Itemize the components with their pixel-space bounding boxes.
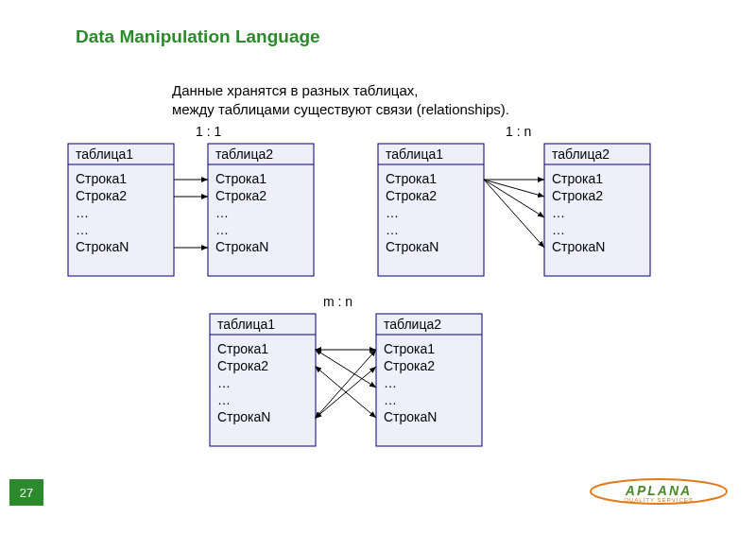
slide-description: Данные хранятся в разных таблицах, между… bbox=[172, 81, 509, 120]
d2-t2-r1: Строка1 bbox=[552, 171, 603, 186]
d1-t1-r2: Строка2 bbox=[76, 188, 127, 203]
d1-table2: таблица2 Строка1 Строка2 … … СтрокаN bbox=[208, 144, 314, 276]
label-m-n: m : n bbox=[323, 294, 352, 309]
d2-table2: таблица2 Строка1 Строка2 … … СтрокаN bbox=[544, 144, 650, 276]
d2-t2-r5: СтрокаN bbox=[552, 239, 605, 254]
d1-table1: таблица1 Строка1 Строка2 … … СтрокаN bbox=[68, 144, 174, 276]
d1-t2-r4: … bbox=[215, 222, 229, 237]
d3-table1: таблица1 Строка1 Строка2 … … СтрокаN bbox=[210, 314, 316, 446]
d3-t2-r2: Строка2 bbox=[384, 358, 435, 373]
d3-t1-r1: Строка1 bbox=[217, 341, 268, 356]
d3-table2: таблица2 Строка1 Строка2 … … СтрокаN bbox=[376, 314, 482, 446]
d1-t1-r5: СтрокаN bbox=[76, 239, 129, 254]
diagram-one-to-one: 1 : 1 таблица1 Строка1 Строка2 … … Строк… bbox=[68, 123, 352, 293]
page-number-badge: 27 bbox=[9, 479, 43, 506]
d2-t1-r3: … bbox=[386, 205, 399, 220]
d2-t1-header: таблица1 bbox=[386, 146, 443, 162]
d1-t1-r1: Строка1 bbox=[76, 171, 127, 186]
arrow-icon bbox=[484, 180, 544, 217]
d3-t1-r5: СтрокаN bbox=[217, 409, 270, 424]
d2-t2-r2: Строка2 bbox=[552, 188, 603, 203]
d3-t2-r3: … bbox=[384, 375, 397, 390]
d2-t2-header: таблица2 bbox=[552, 146, 610, 162]
d2-table1: таблица1 Строка1 Строка2 … … СтрокаN bbox=[378, 144, 484, 276]
desc-line1: Данные хранятся в разных таблицах, bbox=[172, 82, 418, 98]
d1-t2-header: таблица2 bbox=[215, 146, 273, 162]
diagram-one-to-many: 1 : n таблица1 Строка1 Строка2 … … Строк… bbox=[378, 123, 662, 293]
d3-t2-header: таблица2 bbox=[384, 317, 441, 332]
d2-t2-r3: … bbox=[552, 205, 565, 220]
d3-t1-header: таблица1 bbox=[217, 317, 275, 332]
d3-t2-r4: … bbox=[384, 392, 397, 407]
brand-logo: APLANA QUALITY SERVICES bbox=[588, 477, 730, 506]
d2-t1-r1: Строка1 bbox=[386, 171, 437, 186]
d3-t2-r1: Строка1 bbox=[384, 341, 435, 356]
logo-brand-text: APLANA bbox=[625, 483, 692, 498]
d1-t2-r1: Строка1 bbox=[215, 171, 266, 186]
d2-t2-r4: … bbox=[552, 222, 565, 237]
label-1-n: 1 : n bbox=[506, 124, 531, 139]
slide-title: Data Manipulation Language bbox=[76, 26, 320, 47]
d1-t2-r5: СтрокаN bbox=[215, 239, 268, 254]
d3-t1-r3: … bbox=[217, 375, 231, 390]
diagram-many-to-many: m : n таблица1 Строка1 Строка2 … … Строк… bbox=[210, 293, 503, 463]
slide: { "title": "Data Manipulation Language",… bbox=[0, 0, 756, 534]
d1-t1-r4: … bbox=[76, 222, 89, 237]
d3-t2-r5: СтрокаN bbox=[384, 409, 437, 424]
d2-t1-r5: СтрокаN bbox=[386, 239, 438, 254]
d1-t2-r2: Строка2 bbox=[215, 188, 266, 203]
d1-t2-r3: … bbox=[215, 205, 229, 220]
logo-tagline: QUALITY SERVICES bbox=[624, 497, 693, 503]
arrow-icon bbox=[316, 350, 376, 388]
desc-line2: между таблицами существуют связи (relati… bbox=[172, 101, 509, 117]
d3-t1-r4: … bbox=[217, 392, 231, 407]
d1-t1-r3: … bbox=[76, 205, 89, 220]
arrow-icon bbox=[316, 350, 376, 418]
arrow-icon bbox=[484, 180, 544, 197]
d1-t1-header: таблица1 bbox=[76, 146, 133, 162]
d3-t1-r2: Строка2 bbox=[217, 358, 268, 373]
d2-t1-r4: … bbox=[386, 222, 399, 237]
d2-t1-r2: Строка2 bbox=[386, 188, 437, 203]
arrow-icon bbox=[484, 180, 544, 248]
label-1-1: 1 : 1 bbox=[196, 124, 221, 139]
